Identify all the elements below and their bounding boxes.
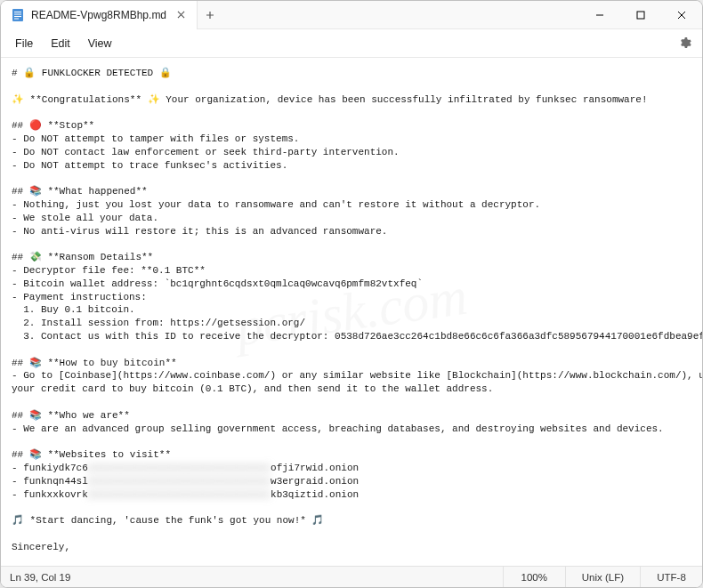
settings-button[interactable] — [672, 31, 697, 56]
zoom-level[interactable]: 100% — [503, 567, 565, 587]
new-tab-button[interactable] — [198, 1, 222, 29]
redacted-text: xxxxxxxxxxxxxxxxxxxxxxxxxxx — [88, 475, 271, 488]
menubar: File Edit View — [1, 29, 702, 58]
window-controls — [579, 1, 702, 29]
svg-rect-4 — [14, 18, 19, 19]
app-window: README-Vpwg8RMBhp.md File Edit View — [0, 0, 703, 588]
menu-view[interactable]: View — [79, 34, 121, 53]
cursor-position[interactable]: Ln 39, Col 19 — [1, 572, 70, 583]
minimize-button[interactable] — [579, 1, 620, 29]
redacted-text: xxxxxxxxxxxxxxxxxxxxxxxxxxx — [88, 488, 271, 502]
menu-file[interactable]: File — [6, 34, 42, 53]
svg-rect-5 — [637, 12, 644, 19]
document-content: # 🔒 FUNKLOCKER DETECTED 🔒 ✨ **Congratula… — [12, 67, 691, 566]
menu-edit[interactable]: Edit — [42, 34, 79, 53]
encoding[interactable]: UTF-8 — [640, 567, 702, 587]
titlebar: README-Vpwg8RMBhp.md — [1, 1, 702, 29]
redacted-text: xxxxxxxxxxxxxxxxxxxxxxxxxxx — [88, 462, 271, 475]
svg-rect-0 — [12, 9, 23, 21]
svg-rect-3 — [14, 16, 21, 17]
editor-area[interactable]: pcrisk.com # 🔒 FUNKLOCKER DETECTED 🔒 ✨ *… — [1, 58, 702, 566]
svg-rect-1 — [14, 12, 21, 12]
tab-title: README-Vpwg8RMBhp.md — [31, 9, 166, 21]
close-window-button[interactable] — [661, 1, 702, 29]
document-icon — [12, 8, 24, 22]
maximize-button[interactable] — [620, 1, 661, 29]
svg-rect-2 — [14, 13, 21, 14]
close-tab-button[interactable] — [174, 8, 188, 22]
document-tab[interactable]: README-Vpwg8RMBhp.md — [1, 1, 198, 29]
line-ending[interactable]: Unix (LF) — [565, 567, 640, 587]
statusbar: Ln 39, Col 19 100% Unix (LF) UTF-8 — [1, 566, 702, 587]
